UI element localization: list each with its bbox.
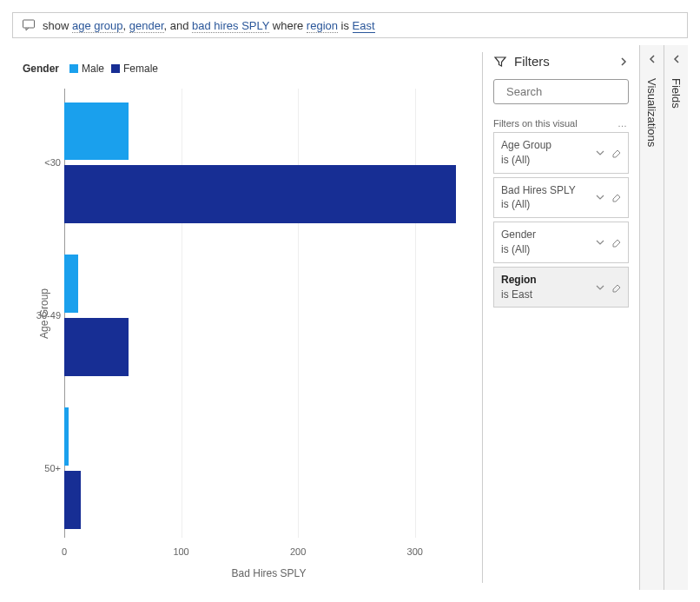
filters-title: Filters	[514, 54, 611, 69]
chevron-left-icon[interactable]	[671, 54, 682, 64]
chevron-down-icon[interactable]	[595, 237, 605, 248]
swatch-female	[111, 64, 120, 73]
token-east[interactable]: East	[353, 19, 375, 33]
fields-panel-collapsed[interactable]: Fields	[664, 45, 688, 590]
filters-section-header: Filters on this visual …	[493, 118, 629, 129]
qna-query-text: show age group, gender, and bad hires SP…	[43, 19, 678, 32]
bar-female-lt30[interactable]	[64, 165, 456, 223]
bar-female-30-49[interactable]	[64, 318, 129, 376]
legend-item-male[interactable]: Male	[69, 63, 104, 75]
eraser-icon[interactable]	[611, 282, 621, 293]
filter-card-age-group[interactable]: Age Group is (All)	[493, 132, 629, 174]
filter-card-gender[interactable]: Gender is (All)	[493, 222, 629, 263]
category-label: <30	[26, 157, 61, 168]
comment-icon	[22, 18, 36, 32]
filter-card-region[interactable]: Region is East	[493, 267, 629, 308]
eraser-icon[interactable]	[611, 148, 621, 158]
bar-female-50plus[interactable]	[64, 471, 81, 529]
token-age-group[interactable]: age group	[72, 19, 123, 33]
visualizations-label: Visualizations	[645, 76, 658, 147]
filter-icon	[493, 55, 507, 69]
eraser-icon[interactable]	[611, 192, 621, 202]
token-region[interactable]: region	[307, 19, 338, 33]
x-tick: 0	[62, 546, 67, 557]
bar-male-lt30[interactable]	[64, 103, 129, 161]
qna-query-bar[interactable]: show age group, gender, and bad hires SP…	[12, 12, 688, 38]
chart-plot-area: Age Group Bad Hires SPLY 0 100 200 300 <…	[64, 89, 473, 538]
filters-search-input[interactable]	[506, 85, 652, 98]
collapse-filters-icon[interactable]	[618, 56, 629, 67]
x-tick: 100	[173, 546, 188, 557]
chevron-left-icon[interactable]	[647, 54, 657, 64]
chevron-down-icon[interactable]	[595, 282, 605, 293]
legend-title: Gender	[23, 63, 59, 75]
token-bad-hires[interactable]: bad hires SPLY	[192, 19, 269, 33]
svg-rect-0	[23, 20, 35, 28]
search-box[interactable]	[493, 79, 629, 104]
visualizations-panel-collapsed[interactable]: Visualizations	[639, 45, 664, 590]
chevron-down-icon[interactable]	[595, 192, 605, 202]
bar-male-50plus[interactable]	[64, 407, 69, 466]
filter-card-bad-hires[interactable]: Bad Hires SPLY is (All)	[493, 177, 629, 219]
x-tick: 300	[407, 546, 423, 557]
chevron-down-icon[interactable]	[595, 148, 605, 158]
eraser-icon[interactable]	[611, 237, 621, 248]
category-label: 50+	[26, 463, 61, 473]
category-label: 30-49	[26, 310, 61, 321]
chart-legend: Gender Male Female	[21, 63, 473, 75]
swatch-male	[69, 64, 78, 73]
x-axis-label: Bad Hires SPLY	[232, 567, 307, 579]
more-options-icon[interactable]: …	[617, 118, 629, 129]
bar-male-30-49[interactable]	[64, 255, 78, 313]
filters-panel: Filters Filters on this visual … Age Gro…	[483, 45, 639, 590]
fields-label: Fields	[670, 76, 683, 109]
legend-item-female[interactable]: Female	[111, 63, 158, 75]
chart-visual[interactable]: Gender Male Female Age Group Bad Hires S…	[12, 45, 482, 590]
token-gender[interactable]: gender	[129, 19, 164, 33]
x-tick: 200	[290, 546, 306, 557]
